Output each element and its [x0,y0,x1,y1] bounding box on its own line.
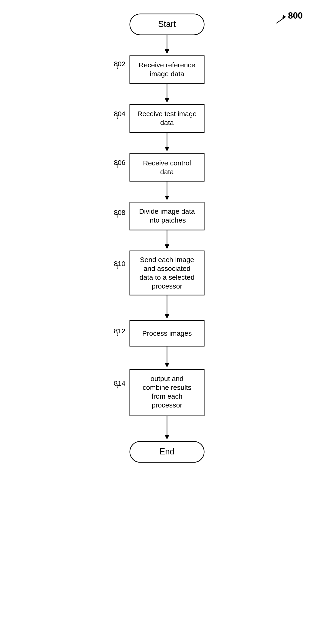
svg-line-0 [276,17,286,23]
step-812-text: Process images [142,330,192,337]
step-808-text-2: into patches [148,216,186,224]
arrowhead-7 [165,363,169,368]
step-806-text-2: data [160,168,174,176]
step-814-text-2: combine results [142,384,192,391]
step-808-text-1: Divide image data [139,208,195,215]
step-802-box [130,56,204,84]
step-810-text-3: data to a selected [140,274,195,281]
diagram-container: 800 Start 802 Receive reference image da… [0,0,334,644]
step-806-label: 806 [114,159,126,166]
step-802-text-1: Receive reference [139,61,195,69]
step-810-label: 810 [114,260,126,268]
step-814-text-4: processor [152,401,182,409]
arrowhead-4 [165,196,169,200]
step-814-text-1: output and [150,375,184,382]
step-810-text-4: processor [152,282,182,290]
arrowhead-8 [165,435,169,440]
start-label: Start [158,19,176,29]
end-label: End [160,447,174,456]
step-806-box [130,153,204,181]
step-804-text-1: Receive test image [137,110,196,118]
step-808-box [130,202,204,230]
step-810-text-2: and associated [144,264,190,272]
arrowhead-2 [165,98,169,103]
arrowhead-1 [165,49,169,54]
arrowhead-3 [165,147,169,152]
step-814-text-3: from each [152,392,182,400]
step-812-label: 812 [114,327,126,335]
step-806-text-1: Receive control [143,159,191,167]
arrowhead-6 [165,314,169,319]
step-808-label: 808 [114,209,126,216]
step-804-label: 804 [114,110,126,118]
arrowhead-5 [165,244,169,249]
figure-number: 800 [288,11,303,20]
step-802-text-2: image data [150,70,184,78]
step-810-text-1: Send each image [140,256,194,264]
step-802-label: 802 [114,60,126,68]
step-804-box [130,104,204,132]
step-804-text-2: data [160,119,174,126]
step-814-label: 814 [114,380,126,387]
